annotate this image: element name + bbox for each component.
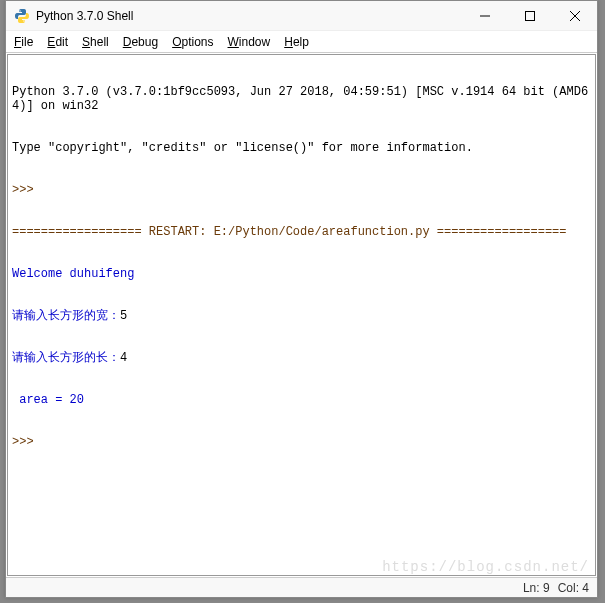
python-icon [14,8,30,24]
statusbar: Ln: 9 Col: 4 [6,577,597,597]
status-col: Col: 4 [558,581,589,595]
restart-line: ================== RESTART: E:/Python/Co… [12,225,591,239]
close-button[interactable] [552,1,597,31]
minimize-button[interactable] [462,1,507,31]
menu-shell[interactable]: Shell [82,35,109,49]
prompt: >>> [12,435,591,449]
menu-options[interactable]: Options [172,35,213,49]
menu-help[interactable]: Help [284,35,309,49]
window-title: Python 3.7.0 Shell [36,9,462,23]
prompt: >>> [12,183,591,197]
col-value: 4 [582,581,589,595]
menu-debug[interactable]: Debug [123,35,158,49]
col-label: Col: [558,581,579,595]
input-width-value: 5 [120,309,127,323]
prompt-width-label: 请输入长方形的宽： [12,309,120,323]
version-line: Python 3.7.0 (v3.7.0:1bf9cc5093, Jun 27 … [12,85,591,113]
input-length-value: 4 [120,351,127,365]
maximize-button[interactable] [507,1,552,31]
window-controls [462,1,597,31]
output-welcome: Welcome duhuifeng [12,267,591,281]
menu-edit[interactable]: Edit [47,35,68,49]
info-line: Type "copyright", "credits" or "license(… [12,141,591,155]
output-area: area = 20 [12,393,591,407]
input-length-line: 请输入长方形的长：4 [12,351,591,365]
ln-value: 9 [543,581,550,595]
status-line: Ln: 9 [523,581,550,595]
svg-point-1 [23,20,24,21]
menubar: File Edit Shell Debug Options Window Hel… [6,31,597,53]
shell-console[interactable]: Python 3.7.0 (v3.7.0:1bf9cc5093, Jun 27 … [7,54,596,576]
svg-rect-3 [525,11,534,20]
prompt-length-label: 请输入长方形的长： [12,351,120,365]
menu-file[interactable]: File [14,35,33,49]
menu-window[interactable]: Window [228,35,271,49]
ln-label: Ln: [523,581,540,595]
input-width-line: 请输入长方形的宽：5 [12,309,591,323]
svg-point-0 [19,10,20,11]
titlebar[interactable]: Python 3.7.0 Shell [6,1,597,31]
idle-shell-window: Python 3.7.0 Shell File Edit Shell Debug… [5,0,598,598]
